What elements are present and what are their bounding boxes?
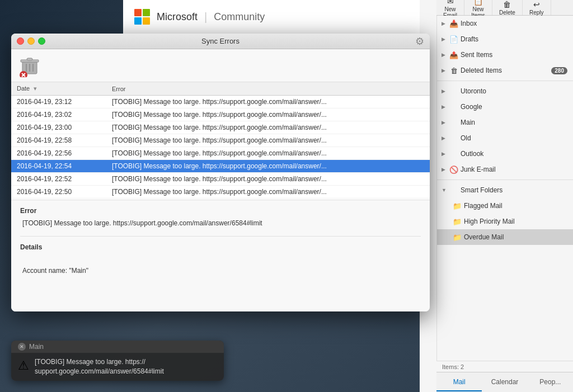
new-email-icon: ✉ [447,0,454,6]
sidebar-item-smart-folders-label: Smart Folders [461,186,567,194]
inbox-folder-icon: 📥 [449,20,458,27]
maximize-button[interactable] [38,37,45,45]
sidebar-item-smart-folders[interactable]: ▼ Smart Folders [437,182,573,198]
main-arrow: ▶ [442,120,447,125]
old-icon [449,134,458,142]
minimize-button[interactable] [27,37,35,45]
bottom-tabs: Mail Calendar Peop... [436,372,573,392]
detail-divider [20,236,421,237]
junk-arrow: ▶ [442,167,447,172]
junk-folder-icon: 🚫 [449,166,458,173]
sidebar-item-google[interactable]: ▶ Google [437,99,573,115]
sidebar-item-high-priority[interactable]: 📁 High Priority Mail [437,214,573,229]
account-text: Account name: "Main" [20,267,421,275]
google-arrow: ▶ [442,104,447,110]
sidebar-divider-2 [437,180,573,180]
table-row[interactable]: 2016-04-19, 23:12 [TOOBIG] Message too l… [11,96,430,108]
error-detail-area: Error [TOOBIG] Message too large. https:… [11,200,430,311]
smart-folders-icon [449,186,458,194]
ms-divider: | [204,11,207,23]
trash-can-svg [18,54,41,77]
inbox-arrow: ▶ [442,21,447,26]
new-items-icon: 📋 [473,0,483,6]
sidebar-item-sent[interactable]: ▶ 📤 Sent Items [437,47,573,63]
overdue-icon: 📁 [453,233,462,241]
cell-error: [TOOBIG] Message too large. https://supp… [106,134,430,147]
col-header-error[interactable]: Error [106,82,430,96]
gear-icon[interactable]: ⚙ [415,35,424,48]
smart-folders-arrow: ▼ [442,187,447,193]
sidebar-item-outlook-label: Outlook [461,150,567,158]
tab-calendar[interactable]: Calendar [482,374,527,391]
sidebar-item-drafts-label: Drafts [461,35,567,43]
sent-arrow: ▶ [442,52,447,58]
close-button[interactable] [17,37,24,45]
cell-date: 2016-04-19, 22:54 [11,160,106,173]
table-row[interactable]: 2016-04-19, 23:00 [TOOBIG] Message too l… [11,121,430,134]
sidebar-item-drafts[interactable]: ▶ 📄 Drafts [437,31,573,47]
window-controls [17,37,45,45]
trash-icon-area [11,49,430,82]
cell-date: 2016-04-19, 23:00 [11,121,106,134]
drafts-folder-icon: 📄 [449,35,458,43]
sidebar-divider-1 [437,81,573,81]
deleted-badge: 280 [551,67,567,74]
cell-error: [TOOBIG] Message too large. https://supp… [106,186,430,199]
sidebar-item-overdue[interactable]: 📁 Overdue Mail [437,229,573,245]
delete-button[interactable]: 🗑 Delete [492,0,523,15]
sidebar-item-flagged-label: Flagged Mail [464,202,567,210]
toast-warning-icon: ⚠ [18,358,29,373]
dialog-titlebar: Sync Errors ⚙ [11,34,430,49]
delete-icon: 🗑 [503,0,511,9]
col-header-date[interactable]: Date ▾ [11,82,106,96]
cell-date: 2016-04-19, 22:52 [11,173,106,186]
table-row[interactable]: 2016-04-19, 22:58 [TOOBIG] Message too l… [11,134,430,147]
outlook-arrow: ▶ [442,151,447,157]
sidebar-item-flagged[interactable]: 📁 Flagged Mail [437,198,573,214]
sidebar-item-deleted[interactable]: ▶ 🗑 Deleted Items 280 [437,63,573,78]
old-arrow: ▶ [442,135,447,141]
table-row[interactable]: 2016-04-19, 22:52 [TOOBIG] Message too l… [11,173,430,186]
reply-button[interactable]: ↩ Reply [523,0,551,15]
utoronto-arrow: ▶ [442,88,447,94]
cell-error: [TOOBIG] Message too large. https://supp… [106,173,430,186]
sidebar-item-main[interactable]: ▶ Main [437,115,573,130]
sidebar-item-junk[interactable]: ▶ 🚫 Junk E-mail [437,162,573,177]
sidebar-item-inbox[interactable]: ▶ 📥 Inbox [437,16,573,31]
cell-error: [TOOBIG] Message too large. https://supp… [106,147,430,160]
sidebar-item-high-priority-label: High Priority Mail [464,218,567,225]
new-items-button[interactable]: 📋 New Items [464,0,492,15]
reply-icon: ↩ [533,0,540,9]
toast-close-icon: ✕ [20,344,24,350]
deleted-folder-icon: 🗑 [449,67,458,74]
deleted-arrow: ▶ [442,68,447,73]
main-icon [449,119,458,126]
cell-date: 2016-04-19, 22:56 [11,147,106,160]
cell-error: [TOOBIG] Message too large. https://supp… [106,121,430,134]
table-row[interactable]: 2016-04-19, 22:56 [TOOBIG] Message too l… [11,147,430,160]
cell-error: [TOOBIG] Message too large. https://supp… [106,96,430,108]
toast-app-name: Main [29,343,44,351]
sync-errors-dialog: Sync Errors ⚙ [11,34,430,311]
ms-brand: Microsoft [157,11,198,23]
table-header-row: Date ▾ Error [11,82,430,96]
table-row[interactable]: 2016-04-19, 22:50 [TOOBIG] Message too l… [11,186,430,199]
toast-notification: ✕ Main ⚠ [TOOBIG] Message too large. htt… [11,341,224,381]
table-row[interactable]: 2016-04-19, 22:54 [TOOBIG] Message too l… [11,160,430,173]
sidebar-item-utoronto[interactable]: ▶ Utoronto [437,83,573,99]
error-section-title: Error [20,207,421,215]
toast-close-button[interactable]: ✕ [18,343,26,351]
tab-people[interactable]: Peop... [528,374,573,391]
sidebar-item-outlook[interactable]: ▶ Outlook [437,146,573,162]
cell-error: [TOOBIG] Message too large. https://supp… [106,108,430,121]
new-email-button[interactable]: ✉ New Email [436,0,464,15]
error-detail-text: [TOOBIG] Message too large. https://supp… [20,219,421,227]
utoronto-icon [449,87,458,95]
toast-message: [TOOBIG] Message too large. https:// sup… [35,357,217,376]
tab-mail[interactable]: Mail [436,374,482,391]
items-count-bar: Items: 2 [436,361,573,372]
table-row[interactable]: 2016-04-19, 23:02 [TOOBIG] Message too l… [11,108,430,121]
date-sort-arrow: ▾ [34,85,37,92]
sidebar-item-google-label: Google [461,103,567,111]
sidebar-item-old[interactable]: ▶ Old [437,130,573,146]
